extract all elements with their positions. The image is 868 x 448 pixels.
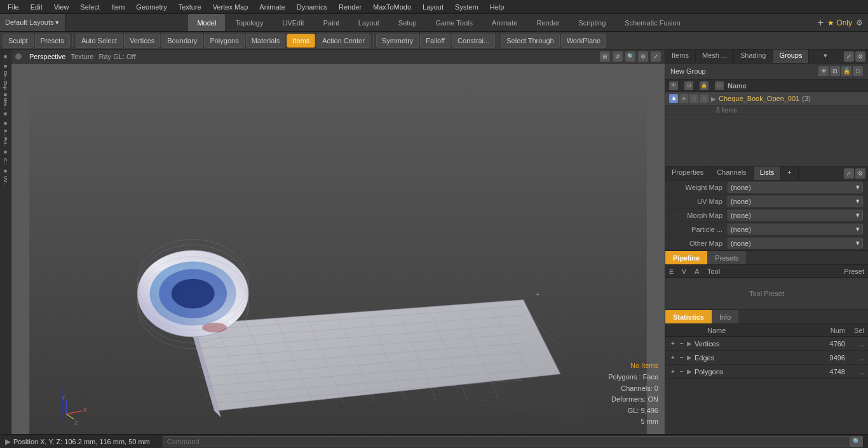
layouts-dropdown[interactable]: Default Layouts ▾: [0, 14, 65, 31]
viewport-icon-expand[interactable]: ⤢: [651, 51, 661, 62]
menu-edit[interactable]: Edit: [25, 2, 48, 12]
panel-settings-btn[interactable]: ⚙: [855, 51, 865, 62]
select-through-button[interactable]: Select Through: [501, 34, 559, 48]
viewport-icon-grid[interactable]: ⊞: [600, 51, 610, 62]
menu-item[interactable]: Item: [106, 2, 130, 12]
props-tab-properties[interactable]: Properties: [665, 166, 710, 180]
viewport-icon-rotate[interactable]: ↺: [613, 51, 623, 62]
stats-arrow-edges[interactable]: ▶: [687, 354, 692, 361]
stats-plus-edges[interactable]: +: [669, 354, 677, 361]
menu-vertex-map[interactable]: Vertex Map: [208, 2, 254, 12]
layout-tab-uvedit[interactable]: UVEdit: [273, 14, 313, 31]
layout-tab-schematic[interactable]: Schematic Fusion: [616, 14, 689, 31]
props-tab-channels[interactable]: Channels: [710, 166, 753, 180]
props-dropdown-particle[interactable]: (none)▾: [728, 224, 863, 234]
sculpt-button[interactable]: Sculpt: [3, 34, 34, 48]
sidebar-toggle-mesh[interactable]: Mes...: [1, 100, 10, 109]
menu-geometry[interactable]: Geometry: [131, 2, 172, 12]
menu-view[interactable]: View: [49, 2, 74, 12]
group-icon-eye[interactable]: 👁: [818, 66, 829, 76]
stats-plus-polygons[interactable]: +: [669, 368, 677, 375]
sidebar-icon-c[interactable]: C...: [1, 157, 10, 166]
viewport[interactable]: Perspective Texture Ray GL: Off ⊞ ↺ 🔍 ⚙ …: [11, 50, 665, 434]
polygons-button[interactable]: Polygons: [204, 34, 244, 48]
layout-tab-paint[interactable]: Paint: [315, 14, 348, 31]
stats-minus-polygons[interactable]: −: [678, 368, 686, 375]
viewport-canvas[interactable]: X Y Z + No Items Polygons : Face Channel…: [11, 64, 665, 434]
panel-tab-groups[interactable]: Groups: [773, 50, 809, 63]
panel-tab-mesh[interactable]: Mesh ...: [696, 50, 734, 63]
menu-animate[interactable]: Animate: [254, 2, 290, 12]
viewport-icon-settings[interactable]: ⚙: [638, 51, 648, 62]
workplane-button[interactable]: WorkPlane: [561, 34, 607, 48]
group-icon-render[interactable]: ⊡: [830, 66, 840, 76]
props-dropdown-othermap[interactable]: (none)▾: [728, 238, 863, 248]
layout-tab-animate[interactable]: Animate: [483, 14, 526, 31]
sidebar-toggle-e[interactable]: E...: [1, 128, 10, 137]
status-expand-arrow[interactable]: ▶: [5, 437, 11, 446]
menu-system[interactable]: System: [450, 2, 484, 12]
props-settings-btn[interactable]: ⚙: [855, 168, 865, 179]
col-icon-lock[interactable]: 🔒: [700, 81, 709, 90]
stats-minus-edges[interactable]: −: [678, 354, 686, 361]
layout-tab-layout[interactable]: Layout: [349, 14, 388, 31]
command-input[interactable]: [163, 436, 850, 447]
action-center-button[interactable]: Action Center: [316, 34, 370, 48]
symmetry-button[interactable]: Symmetry: [376, 34, 419, 48]
autoselect-button[interactable]: Auto Select: [76, 34, 123, 48]
items-button[interactable]: Items: [287, 34, 315, 48]
layout-tab-render[interactable]: Render: [527, 14, 568, 31]
constraints-button[interactable]: Constrai...: [452, 34, 495, 48]
vertices-button[interactable]: Vertices: [124, 34, 160, 48]
stats-arrow-vertices[interactable]: ▶: [687, 340, 692, 347]
menu-dynamics[interactable]: Dynamics: [292, 2, 332, 12]
group-item-icon-render[interactable]: □: [689, 94, 698, 103]
falloff-button[interactable]: Falloff: [420, 34, 451, 48]
props-tab-plus[interactable]: +: [781, 166, 798, 180]
panel-expand-btn[interactable]: ⤢: [844, 51, 854, 62]
menu-help[interactable]: Help: [485, 2, 510, 12]
viewport-icon-search[interactable]: 🔍: [625, 51, 635, 62]
command-search-button[interactable]: 🔍: [850, 436, 863, 447]
settings-button[interactable]: ⚙: [856, 18, 863, 27]
stats-arrow-polygons[interactable]: ▶: [687, 368, 692, 375]
group-icon-box[interactable]: □: [853, 66, 863, 76]
viewport-raygl[interactable]: Ray GL: Off: [99, 53, 136, 60]
menu-layout[interactable]: Layout: [417, 2, 449, 12]
layout-tab-scripting[interactable]: Scripting: [569, 14, 614, 31]
stats-plus-vertices[interactable]: +: [669, 340, 677, 347]
group-item-icon-eye[interactable]: 👁: [679, 94, 688, 103]
viewport-texture-mode[interactable]: Texture: [71, 53, 93, 60]
pipeline-presets-button[interactable]: Presets: [707, 251, 746, 264]
sidebar-icon-uv[interactable]: UV...: [1, 176, 10, 185]
viewport-perspective[interactable]: Perspective: [29, 53, 65, 60]
star-only-button[interactable]: ★ Only: [827, 18, 852, 27]
menu-render[interactable]: Render: [334, 2, 367, 12]
menu-maxtomodo[interactable]: MaxToModo: [368, 2, 416, 12]
layout-tab-game-tools[interactable]: Game Tools: [427, 14, 482, 31]
stats-minus-vertices[interactable]: −: [678, 340, 686, 347]
boundary-button[interactable]: Boundary: [161, 34, 203, 48]
add-layout-button[interactable]: +: [818, 17, 824, 29]
col-icon-render[interactable]: ⊡: [684, 81, 693, 90]
statistics-info-button[interactable]: Info: [712, 310, 738, 323]
props-tab-lists[interactable]: Lists: [754, 166, 782, 180]
props-expand-btn[interactable]: ⤢: [844, 168, 854, 179]
pipeline-title-button[interactable]: Pipeline: [665, 251, 707, 264]
group-item-icon-box[interactable]: □: [700, 94, 709, 103]
props-dropdown-weightmap[interactable]: (none)▾: [728, 182, 863, 193]
menu-select[interactable]: Select: [75, 2, 105, 12]
presets-button[interactable]: Presets: [35, 34, 70, 48]
menu-file[interactable]: File: [3, 2, 24, 12]
panel-tab-dropdown[interactable]: ▾: [820, 50, 831, 63]
col-icon-box[interactable]: □: [715, 81, 724, 90]
layout-tab-topology[interactable]: Topology: [226, 14, 272, 31]
panel-tab-shading[interactable]: Shading: [734, 50, 773, 63]
sidebar-toggle-dup[interactable]: Dup: [1, 81, 10, 90]
sidebar-toggle-de[interactable]: De...: [1, 71, 10, 80]
group-icon-lock[interactable]: 🔒: [841, 66, 851, 76]
materials-button[interactable]: Materials: [246, 34, 286, 48]
props-dropdown-uvmap[interactable]: (none)▾: [728, 196, 863, 207]
group-item-cheque[interactable]: ▣ 👁 □ □ ▶ Cheque_Book_Open_001 (3): [665, 92, 868, 105]
layout-tab-setup[interactable]: Setup: [390, 14, 426, 31]
